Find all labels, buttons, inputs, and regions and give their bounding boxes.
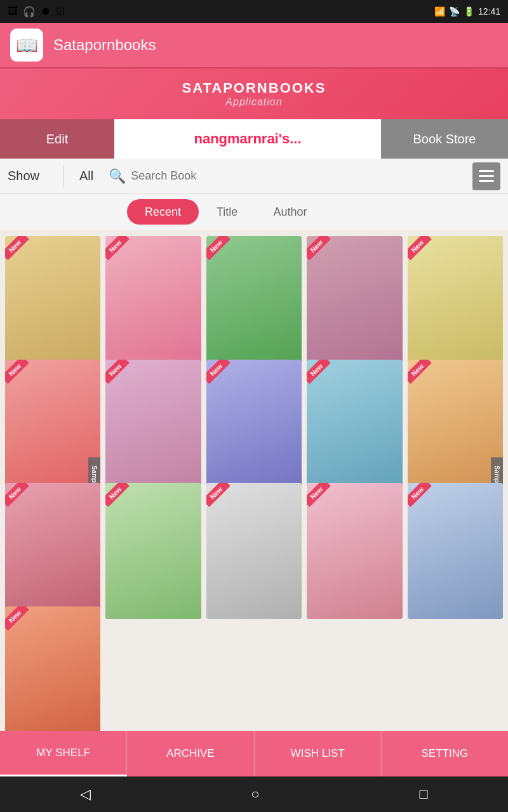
new-badge — [408, 360, 436, 388]
tab-title[interactable]: Title — [199, 199, 255, 225]
app-bar: 📖 Satapornbooks — [0, 23, 508, 69]
new-badge — [206, 236, 234, 264]
new-badge — [5, 483, 33, 511]
banner-title: SATAPORNBOOKS — [182, 80, 326, 96]
filter-divider — [64, 165, 64, 188]
book-item[interactable] — [5, 606, 100, 731]
book-item[interactable] — [5, 483, 100, 619]
app-title: Satapornbooks — [53, 36, 156, 54]
status-bar-left: 🖼 🎧 ⏺ ☑ — [8, 6, 65, 18]
book-item[interactable] — [105, 360, 201, 496]
new-badge — [105, 483, 133, 511]
wish-list-label: WISH LIST — [291, 747, 345, 760]
setting-label: SETTING — [422, 747, 469, 760]
nav-archive[interactable]: ARCHIVE — [127, 731, 254, 776]
check-icon: ☑ — [56, 6, 65, 18]
new-badge — [206, 483, 234, 511]
book-item[interactable] — [206, 236, 302, 372]
status-bar: 🖼 🎧 ⏺ ☑ 📶 📡 🔋 12:41 — [0, 0, 508, 23]
book-grid: Sample Sample — [0, 230, 508, 731]
menu-button[interactable] — [472, 162, 500, 190]
nav-wish-list[interactable]: WISH LIST — [255, 731, 382, 776]
back-button[interactable]: ◁ — [80, 786, 91, 802]
book-item[interactable]: Sample — [408, 360, 503, 496]
new-badge — [5, 236, 33, 264]
new-badge — [206, 360, 234, 388]
nav-setting[interactable]: SETTING — [382, 731, 508, 776]
book-item[interactable] — [206, 483, 302, 619]
book-item[interactable] — [307, 236, 402, 372]
system-nav-bar: ◁ ○ □ — [0, 776, 508, 812]
book-item[interactable] — [105, 236, 201, 372]
new-badge — [408, 236, 436, 264]
book-store-button[interactable]: Book Store — [381, 119, 508, 159]
book-item[interactable] — [5, 236, 100, 372]
book-item[interactable] — [307, 483, 402, 619]
bottom-nav: MY SHELF ARCHIVE WISH LIST SETTING — [0, 731, 508, 776]
book-item[interactable] — [408, 236, 503, 372]
show-label: Show — [8, 169, 58, 183]
banner-subtitle: Application — [225, 96, 282, 108]
new-badge — [5, 360, 33, 388]
record-icon: ⏺ — [41, 6, 51, 17]
menu-line-1 — [479, 170, 494, 172]
hamburger-icon — [479, 170, 494, 182]
tab-recent[interactable]: Recent — [127, 199, 199, 225]
menu-line-2 — [479, 175, 494, 177]
search-area: 🔍 — [109, 168, 467, 185]
book-item[interactable]: Sample — [5, 360, 100, 496]
new-badge — [105, 236, 133, 264]
battery-icon: 🔋 — [464, 6, 474, 16]
filter-bar: Show All 🔍 — [0, 159, 508, 194]
header-banner: SATAPORNBOOKS Application — [0, 69, 508, 119]
new-badge — [408, 483, 436, 511]
book-icon: 📖 — [16, 35, 38, 56]
home-button[interactable]: ○ — [251, 786, 259, 802]
recents-button[interactable]: □ — [420, 786, 428, 802]
search-input[interactable] — [131, 169, 467, 183]
book-item[interactable] — [408, 483, 503, 619]
new-badge — [307, 236, 335, 264]
book-item[interactable] — [206, 360, 302, 496]
menu-line-3 — [479, 180, 494, 182]
my-shelf-label: MY SHELF — [36, 747, 90, 759]
app-logo: 📖 — [10, 29, 43, 62]
headset-icon: 🎧 — [23, 6, 36, 18]
status-bar-right: 📶 📡 🔋 12:41 — [434, 6, 500, 16]
archive-label: ARCHIVE — [166, 747, 215, 760]
new-badge — [307, 360, 335, 388]
time-display: 12:41 — [478, 6, 500, 16]
tab-bar: Recent Title Author — [0, 194, 508, 230]
new-badge — [307, 483, 335, 511]
nav-my-shelf[interactable]: MY SHELF — [0, 731, 127, 776]
action-bar: Edit nangmarnrai's... Book Store — [0, 119, 508, 159]
all-filter-label[interactable]: All — [69, 169, 104, 183]
book-item[interactable] — [105, 483, 201, 619]
new-badge — [105, 360, 133, 388]
tab-author[interactable]: Author — [255, 199, 324, 225]
photo-icon: 🖼 — [8, 6, 18, 17]
wifi-icon: 📶 — [434, 6, 445, 16]
book-item[interactable] — [307, 360, 402, 496]
edit-button[interactable]: Edit — [0, 119, 114, 159]
new-badge — [5, 606, 33, 634]
search-icon: 🔍 — [109, 168, 126, 185]
username-display: nangmarnrai's... — [114, 131, 381, 147]
signal-icon: 📡 — [449, 6, 460, 16]
